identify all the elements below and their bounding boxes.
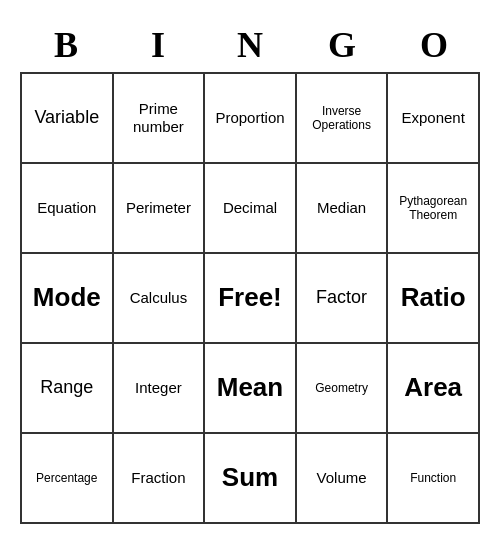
- cell-text: Mean: [217, 372, 283, 403]
- cell-text: Function: [410, 471, 456, 485]
- cell-text: Percentage: [36, 471, 97, 485]
- cell-text: Area: [404, 372, 462, 403]
- cell-text: Variable: [34, 107, 99, 129]
- bingo-cell[interactable]: Pythagorean Theorem: [388, 164, 480, 254]
- bingo-cell[interactable]: Proportion: [205, 74, 297, 164]
- cell-text: Perimeter: [126, 199, 191, 217]
- cell-text: Calculus: [130, 289, 188, 307]
- cell-text: Equation: [37, 199, 96, 217]
- bingo-cell[interactable]: Inverse Operations: [297, 74, 389, 164]
- cell-text: Exponent: [401, 109, 464, 127]
- cell-text: Fraction: [131, 469, 185, 487]
- bingo-cell[interactable]: Function: [388, 434, 480, 524]
- bingo-cell[interactable]: Median: [297, 164, 389, 254]
- cell-text: Range: [40, 377, 93, 399]
- bingo-cell[interactable]: Volume: [297, 434, 389, 524]
- bingo-cell[interactable]: Fraction: [114, 434, 206, 524]
- bingo-cell[interactable]: Factor: [297, 254, 389, 344]
- bingo-cell[interactable]: Sum: [205, 434, 297, 524]
- bingo-cell[interactable]: Percentage: [22, 434, 114, 524]
- cell-text: Free!: [218, 282, 282, 313]
- bingo-letter: O: [388, 20, 480, 70]
- cell-text: Volume: [317, 469, 367, 487]
- bingo-cell[interactable]: Decimal: [205, 164, 297, 254]
- cell-text: Median: [317, 199, 366, 217]
- bingo-cell[interactable]: Mode: [22, 254, 114, 344]
- cell-text: Pythagorean Theorem: [392, 194, 474, 223]
- cell-text: Factor: [316, 287, 367, 309]
- bingo-cell[interactable]: Mean: [205, 344, 297, 434]
- cell-text: Mode: [33, 282, 101, 313]
- bingo-cell[interactable]: Integer: [114, 344, 206, 434]
- cell-text: Prime number: [118, 100, 200, 136]
- bingo-cell[interactable]: Range: [22, 344, 114, 434]
- bingo-cell[interactable]: Geometry: [297, 344, 389, 434]
- bingo-cell[interactable]: Calculus: [114, 254, 206, 344]
- cell-text: Decimal: [223, 199, 277, 217]
- bingo-cell[interactable]: Area: [388, 344, 480, 434]
- bingo-grid: VariablePrime numberProportionInverse Op…: [20, 72, 480, 524]
- bingo-letter: N: [204, 20, 296, 70]
- cell-text: Integer: [135, 379, 182, 397]
- bingo-cell[interactable]: Perimeter: [114, 164, 206, 254]
- cell-text: Ratio: [401, 282, 466, 313]
- cell-text: Sum: [222, 462, 278, 493]
- bingo-card: BINGO VariablePrime numberProportionInve…: [10, 10, 490, 534]
- bingo-cell[interactable]: Exponent: [388, 74, 480, 164]
- bingo-letter: I: [112, 20, 204, 70]
- bingo-cell[interactable]: Variable: [22, 74, 114, 164]
- bingo-header: BINGO: [20, 20, 480, 70]
- bingo-cell[interactable]: Equation: [22, 164, 114, 254]
- bingo-cell[interactable]: Free!: [205, 254, 297, 344]
- bingo-letter: G: [296, 20, 388, 70]
- bingo-cell[interactable]: Ratio: [388, 254, 480, 344]
- cell-text: Geometry: [315, 381, 368, 395]
- cell-text: Proportion: [215, 109, 284, 127]
- bingo-letter: B: [20, 20, 112, 70]
- bingo-cell[interactable]: Prime number: [114, 74, 206, 164]
- cell-text: Inverse Operations: [301, 104, 383, 133]
